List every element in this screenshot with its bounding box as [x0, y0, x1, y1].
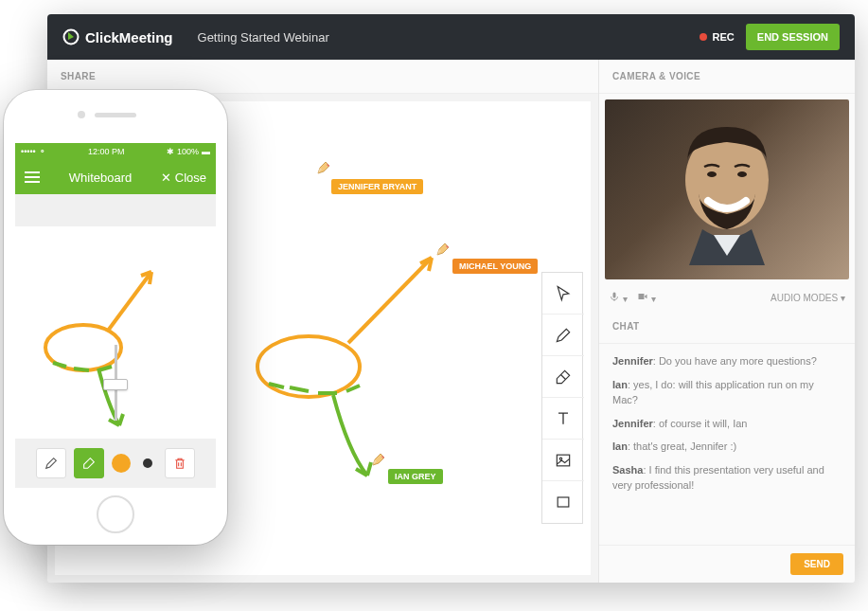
- battery-icon: ▬: [202, 147, 210, 156]
- brand-logo: ClickMeeting: [62, 28, 173, 45]
- user-tag-ian: IAN GREY: [388, 469, 443, 484]
- presenter-avatar: [661, 114, 793, 265]
- tool-image[interactable]: [542, 440, 584, 481]
- phone-toolbar: [15, 439, 216, 488]
- chat-messages[interactable]: Jennifer: Do you have any more questions…: [599, 344, 855, 545]
- phone-subheader: [15, 194, 216, 226]
- chat-message: Sasha: I find this presentation very use…: [612, 462, 841, 494]
- recording-indicator: REC: [700, 31, 735, 43]
- pencil-cursor-icon: [316, 160, 331, 175]
- svg-point-4: [559, 458, 562, 460]
- svg-point-8: [737, 171, 747, 177]
- chat-panel: CHAT Jennifer: Do you have any more ques…: [599, 310, 855, 583]
- user-tag-michael: MICHAEL YOUNG: [452, 259, 538, 274]
- camera-button[interactable]: ▾: [637, 291, 656, 304]
- signal-icon: •••••: [21, 147, 36, 156]
- color-swatch-orange[interactable]: [112, 454, 131, 473]
- tool-text[interactable]: [542, 398, 584, 440]
- phone-mockup: ••••• ⚬ 12:00 PM ✱ 100% ▬ Whiteboard ✕ C…: [4, 90, 227, 545]
- tool-pencil[interactable]: [542, 314, 584, 356]
- drawing-toolbar: [541, 272, 583, 524]
- chat-message: Jennifer: of course it will, Ian: [612, 416, 841, 432]
- chat-header: CHAT: [599, 310, 855, 344]
- pencil-cursor-icon: [435, 242, 451, 257]
- svg-rect-5: [558, 497, 569, 507]
- battery-label: 100%: [177, 147, 199, 156]
- phone-screen: ••••• ⚬ 12:00 PM ✱ 100% ▬ Whiteboard ✕ C…: [15, 143, 216, 488]
- phone-whiteboard[interactable]: [15, 226, 216, 439]
- phone-tool-eraser[interactable]: [74, 448, 104, 478]
- tool-cursor[interactable]: [542, 273, 584, 314]
- chat-message: Jennifer: Do you have any more questions…: [612, 353, 841, 369]
- mic-button[interactable]: ▾: [609, 291, 628, 304]
- hamburger-icon[interactable]: [25, 171, 40, 183]
- phone-close-button[interactable]: ✕ Close: [161, 171, 206, 185]
- camera-panel: CAMERA & VOICE: [599, 60, 855, 310]
- av-controls: ▾ ▾ AUDIO MODES ▾: [599, 285, 855, 310]
- svg-point-1: [257, 336, 360, 397]
- top-bar: ClickMeeting Getting Started Webinar REC…: [47, 14, 855, 60]
- phone-time: 12:00 PM: [88, 147, 125, 156]
- session-title: Getting Started Webinar: [198, 30, 329, 45]
- chat-message: Ian: that's great, Jennifer :): [612, 439, 841, 455]
- svg-point-7: [707, 171, 717, 177]
- phone-speaker: [95, 113, 136, 117]
- pencil-cursor-icon: [371, 452, 386, 467]
- phone-home-button[interactable]: [97, 495, 134, 533]
- phone-front-camera: [78, 111, 85, 118]
- stroke-width-slider[interactable]: [101, 340, 130, 425]
- phone-tool-pencil[interactable]: [36, 448, 66, 478]
- end-session-button[interactable]: END SESSION: [746, 24, 840, 50]
- send-button[interactable]: SEND: [790, 553, 843, 575]
- slider-thumb[interactable]: [103, 379, 128, 390]
- logo-icon: [62, 28, 80, 45]
- share-header: SHARE: [47, 60, 598, 94]
- phone-status-bar: ••••• ⚬ 12:00 PM ✱ 100% ▬: [15, 143, 216, 160]
- tool-eraser[interactable]: [542, 356, 584, 398]
- svg-line-2: [561, 374, 566, 379]
- camera-header: CAMERA & VOICE: [599, 60, 855, 94]
- right-column: CAMERA & VOICE: [599, 60, 855, 583]
- rec-dot-icon: [700, 33, 707, 41]
- rec-label: REC: [713, 31, 735, 43]
- phone-title: Whiteboard: [40, 171, 161, 185]
- audio-modes-button[interactable]: AUDIO MODES ▾: [771, 293, 845, 303]
- video-feed[interactable]: [605, 99, 849, 279]
- tool-rectangle[interactable]: [542, 481, 584, 523]
- wifi-icon: ⚬: [39, 147, 46, 156]
- chat-message: Ian: yes, I do: will this application ru…: [612, 377, 841, 408]
- brand-name: ClickMeeting: [85, 29, 173, 45]
- phone-app-header: Whiteboard ✕ Close: [15, 160, 216, 194]
- phone-tool-delete[interactable]: [165, 448, 195, 478]
- user-tag-jennifer: JENNIFER BRYANT: [331, 179, 423, 194]
- color-swatch-black[interactable]: [143, 458, 152, 468]
